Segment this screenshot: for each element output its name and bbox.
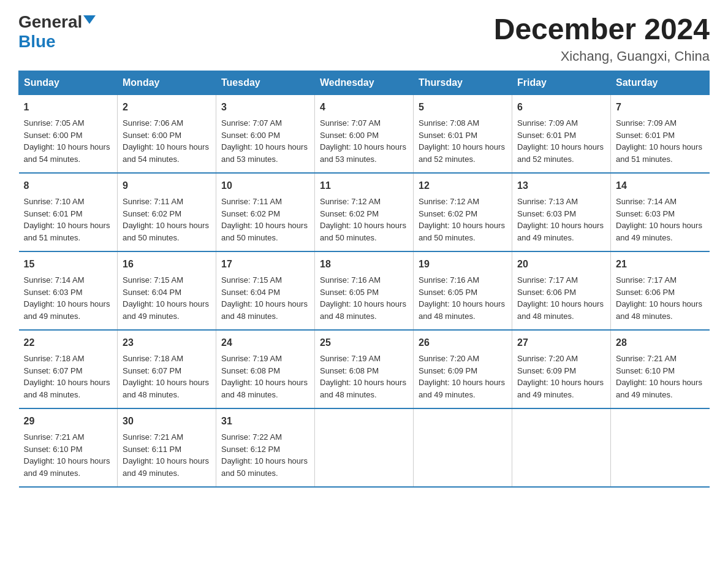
day-number: 24 — [221, 335, 309, 350]
calendar-cell: 2Sunrise: 7:06 AMSunset: 6:00 PMDaylight… — [118, 95, 216, 174]
day-number: 3 — [221, 100, 309, 115]
day-number: 18 — [320, 257, 408, 272]
day-number: 23 — [123, 335, 211, 350]
day-number: 15 — [24, 257, 113, 272]
day-number: 13 — [517, 178, 605, 193]
logo-triangle-icon — [83, 15, 96, 24]
col-header-wednesday: Wednesday — [315, 71, 414, 95]
day-number: 17 — [221, 257, 309, 272]
calendar-cell: 28Sunrise: 7:21 AMSunset: 6:10 PMDayligh… — [611, 330, 710, 408]
calendar-cell: 3Sunrise: 7:07 AMSunset: 6:00 PMDaylight… — [216, 95, 315, 174]
calendar-table: SundayMondayTuesdayWednesdayThursdayFrid… — [18, 71, 710, 488]
calendar-cell: 24Sunrise: 7:19 AMSunset: 6:08 PMDayligh… — [216, 330, 315, 408]
calendar-cell — [512, 408, 611, 487]
calendar-week-row: 29Sunrise: 7:21 AMSunset: 6:10 PMDayligh… — [19, 408, 710, 487]
calendar-cell: 10Sunrise: 7:11 AMSunset: 6:02 PMDayligh… — [216, 173, 315, 251]
calendar-cell — [414, 408, 512, 487]
logo: General Blue — [18, 12, 96, 52]
col-header-sunday: Sunday — [19, 71, 118, 95]
calendar-cell: 5Sunrise: 7:08 AMSunset: 6:01 PMDaylight… — [414, 95, 512, 174]
location-subtitle: Xichang, Guangxi, China — [494, 48, 710, 64]
day-number: 26 — [419, 335, 507, 350]
title-block: December 2024 Xichang, Guangxi, China — [494, 12, 710, 64]
col-header-tuesday: Tuesday — [216, 71, 315, 95]
day-number: 20 — [517, 257, 605, 272]
day-number: 2 — [123, 100, 211, 115]
calendar-cell: 12Sunrise: 7:12 AMSunset: 6:02 PMDayligh… — [414, 173, 512, 251]
month-year-title: December 2024 — [494, 12, 710, 46]
calendar-cell: 1Sunrise: 7:05 AMSunset: 6:00 PMDaylight… — [19, 95, 118, 174]
day-number: 29 — [24, 414, 113, 429]
calendar-cell: 27Sunrise: 7:20 AMSunset: 6:09 PMDayligh… — [512, 330, 611, 408]
day-number: 12 — [419, 178, 507, 193]
day-number: 8 — [24, 178, 113, 193]
calendar-cell: 29Sunrise: 7:21 AMSunset: 6:10 PMDayligh… — [19, 408, 118, 487]
day-number: 5 — [419, 100, 507, 115]
calendar-cell: 22Sunrise: 7:18 AMSunset: 6:07 PMDayligh… — [19, 330, 118, 408]
day-number: 1 — [24, 100, 113, 115]
day-number: 10 — [221, 178, 309, 193]
day-number: 9 — [123, 178, 211, 193]
page-header: General Blue December 2024 Xichang, Guan… — [18, 12, 710, 64]
calendar-cell: 17Sunrise: 7:15 AMSunset: 6:04 PMDayligh… — [216, 251, 315, 330]
calendar-cell: 23Sunrise: 7:18 AMSunset: 6:07 PMDayligh… — [118, 330, 216, 408]
day-number: 25 — [320, 335, 408, 350]
calendar-cell: 8Sunrise: 7:10 AMSunset: 6:01 PMDaylight… — [19, 173, 118, 251]
calendar-cell: 13Sunrise: 7:13 AMSunset: 6:03 PMDayligh… — [512, 173, 611, 251]
col-header-saturday: Saturday — [611, 71, 710, 95]
calendar-cell: 4Sunrise: 7:07 AMSunset: 6:00 PMDaylight… — [315, 95, 414, 174]
day-number: 4 — [320, 100, 408, 115]
day-number: 16 — [123, 257, 211, 272]
calendar-cell: 20Sunrise: 7:17 AMSunset: 6:06 PMDayligh… — [512, 251, 611, 330]
day-number: 27 — [517, 335, 605, 350]
calendar-cell — [611, 408, 710, 487]
col-header-friday: Friday — [512, 71, 611, 95]
day-number: 28 — [616, 335, 705, 350]
calendar-cell: 7Sunrise: 7:09 AMSunset: 6:01 PMDaylight… — [611, 95, 710, 174]
day-number: 22 — [24, 335, 113, 350]
col-header-thursday: Thursday — [414, 71, 512, 95]
calendar-cell: 11Sunrise: 7:12 AMSunset: 6:02 PMDayligh… — [315, 173, 414, 251]
calendar-cell: 30Sunrise: 7:21 AMSunset: 6:11 PMDayligh… — [118, 408, 216, 487]
calendar-cell: 16Sunrise: 7:15 AMSunset: 6:04 PMDayligh… — [118, 251, 216, 330]
day-number: 14 — [616, 178, 705, 193]
calendar-cell: 25Sunrise: 7:19 AMSunset: 6:08 PMDayligh… — [315, 330, 414, 408]
logo-blue-text: Blue — [18, 32, 56, 52]
calendar-header-row: SundayMondayTuesdayWednesdayThursdayFrid… — [19, 71, 710, 95]
calendar-cell — [315, 408, 414, 487]
calendar-week-row: 15Sunrise: 7:14 AMSunset: 6:03 PMDayligh… — [19, 251, 710, 330]
calendar-cell: 19Sunrise: 7:16 AMSunset: 6:05 PMDayligh… — [414, 251, 512, 330]
calendar-week-row: 1Sunrise: 7:05 AMSunset: 6:00 PMDaylight… — [19, 95, 710, 174]
day-number: 21 — [616, 257, 705, 272]
calendar-cell: 9Sunrise: 7:11 AMSunset: 6:02 PMDaylight… — [118, 173, 216, 251]
day-number: 30 — [123, 414, 211, 429]
logo-general-text: General — [18, 12, 82, 32]
calendar-cell: 21Sunrise: 7:17 AMSunset: 6:06 PMDayligh… — [611, 251, 710, 330]
calendar-cell: 18Sunrise: 7:16 AMSunset: 6:05 PMDayligh… — [315, 251, 414, 330]
day-number: 11 — [320, 178, 408, 193]
calendar-week-row: 8Sunrise: 7:10 AMSunset: 6:01 PMDaylight… — [19, 173, 710, 251]
col-header-monday: Monday — [118, 71, 216, 95]
calendar-week-row: 22Sunrise: 7:18 AMSunset: 6:07 PMDayligh… — [19, 330, 710, 408]
day-number: 6 — [517, 100, 605, 115]
day-number: 31 — [221, 414, 309, 429]
day-number: 19 — [419, 257, 507, 272]
calendar-cell: 26Sunrise: 7:20 AMSunset: 6:09 PMDayligh… — [414, 330, 512, 408]
calendar-cell: 6Sunrise: 7:09 AMSunset: 6:01 PMDaylight… — [512, 95, 611, 174]
calendar-cell: 14Sunrise: 7:14 AMSunset: 6:03 PMDayligh… — [611, 173, 710, 251]
day-number: 7 — [616, 100, 705, 115]
calendar-cell: 15Sunrise: 7:14 AMSunset: 6:03 PMDayligh… — [19, 251, 118, 330]
calendar-cell: 31Sunrise: 7:22 AMSunset: 6:12 PMDayligh… — [216, 408, 315, 487]
